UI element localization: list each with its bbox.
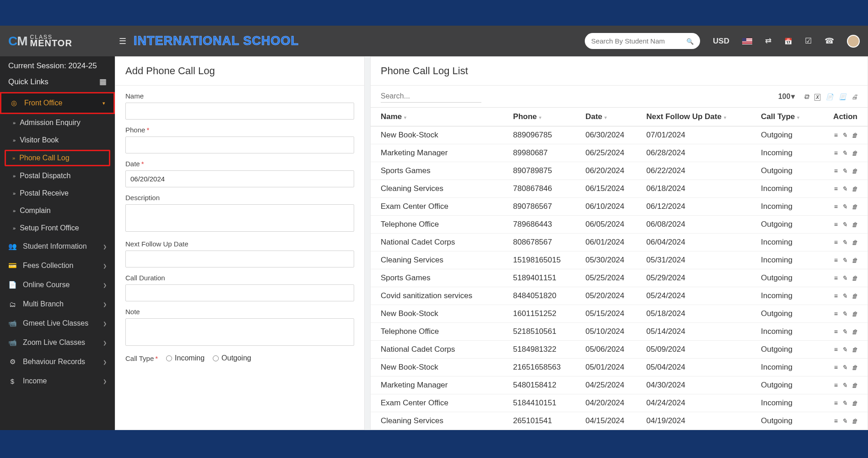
search-icon[interactable] [686,37,694,45]
menu-toggle-icon[interactable] [119,36,126,46]
row-delete-icon[interactable] [852,185,857,192]
quick-links[interactable]: Quick Links [0,74,115,92]
sidebar-item-gmeet-live-classes[interactable]: 📹Gmeet Live Classes [0,314,115,333]
sidebar-subitem-setup-front-office[interactable]: Setup Front Office [0,219,115,237]
excel-icon[interactable] [814,93,820,100]
name-input[interactable] [125,103,354,120]
row-menu-icon[interactable] [834,221,838,228]
row-delete-icon[interactable] [852,346,857,353]
avatar[interactable] [847,35,860,48]
row-edit-icon[interactable] [842,274,847,282]
row-delete-icon[interactable] [852,328,857,335]
radio-outgoing-input[interactable] [213,355,219,361]
col-calltype[interactable]: Call Type [757,108,818,126]
row-delete-icon[interactable] [852,167,857,174]
row-menu-icon[interactable] [834,167,838,174]
sidebar-subitem-postal-receive[interactable]: Postal Receive [0,185,115,202]
page-size-selector[interactable]: 100 [778,92,795,101]
row-menu-icon[interactable] [834,364,838,371]
row-edit-icon[interactable] [842,239,847,246]
row-edit-icon[interactable] [842,167,847,174]
list-search-input[interactable] [381,90,481,103]
sidebar-item-student-information[interactable]: 👥Student Information [0,237,115,256]
row-menu-icon[interactable] [834,274,838,282]
row-edit-icon[interactable] [842,399,847,407]
sidebar-item-multi-branch[interactable]: 🗂Multi Branch [0,294,115,314]
row-edit-icon[interactable] [842,346,847,353]
search-input[interactable] [591,37,684,45]
row-edit-icon[interactable] [842,364,847,371]
sidebar-item-front-office[interactable]: ◎Front Office [0,92,115,114]
row-delete-icon[interactable] [852,203,857,210]
row-delete-icon[interactable] [852,239,857,246]
radio-incoming-input[interactable] [166,355,172,361]
row-menu-icon[interactable] [834,382,838,389]
row-menu-icon[interactable] [834,256,838,264]
row-edit-icon[interactable] [842,185,847,192]
radio-incoming[interactable]: Incoming [166,354,205,362]
row-delete-icon[interactable] [852,274,857,282]
sidebar-item-behaviour-records[interactable]: ⚙Behaviour Records [0,352,115,371]
row-edit-icon[interactable] [842,221,847,228]
row-delete-icon[interactable] [852,292,857,300]
copy-icon[interactable] [804,93,809,101]
row-delete-icon[interactable] [852,256,857,264]
sidebar-subitem-visitor-book[interactable]: Visitor Book [0,131,115,149]
row-menu-icon[interactable] [834,239,838,246]
row-edit-icon[interactable] [842,328,847,335]
row-menu-icon[interactable] [834,292,838,300]
row-delete-icon[interactable] [852,221,857,228]
sidebar-item-fees-collection[interactable]: 💳Fees Collection [0,256,115,275]
col-date[interactable]: Date [582,108,642,126]
row-edit-icon[interactable] [842,292,847,300]
language-flag-icon[interactable] [742,38,752,44]
row-menu-icon[interactable] [834,399,838,407]
student-search[interactable] [585,33,700,49]
description-input[interactable] [125,204,354,232]
row-menu-icon[interactable] [834,417,838,425]
duration-input[interactable] [125,284,354,301]
col-followup[interactable]: Next Follow Up Date [643,108,757,126]
row-edit-icon[interactable] [842,382,847,389]
sidebar-item-online-course[interactable]: 📄Online Course [0,275,115,294]
row-delete-icon[interactable] [852,382,857,389]
row-delete-icon[interactable] [852,131,857,139]
row-menu-icon[interactable] [834,310,838,317]
col-phone[interactable]: Phone [509,108,582,126]
row-menu-icon[interactable] [834,328,838,335]
row-delete-icon[interactable] [852,417,857,425]
row-delete-icon[interactable] [852,149,857,157]
radio-outgoing[interactable]: Outgoing [213,354,251,362]
row-edit-icon[interactable] [842,256,847,264]
row-delete-icon[interactable] [852,310,857,317]
phone-input[interactable] [125,136,354,153]
row-edit-icon[interactable] [842,203,847,210]
sidebar-subitem-postal-dispatch[interactable]: Postal Dispatch [0,167,115,185]
row-edit-icon[interactable] [842,149,847,157]
row-menu-icon[interactable] [834,149,838,157]
whatsapp-icon[interactable] [825,36,834,46]
row-edit-icon[interactable] [842,131,847,139]
col-name[interactable]: Name [371,108,509,126]
tasks-icon[interactable] [805,36,812,46]
row-edit-icon[interactable] [842,417,847,425]
row-delete-icon[interactable] [852,399,857,407]
note-input[interactable] [125,318,354,346]
sidebar-item-zoom-live-classes[interactable]: 📹Zoom Live Classes [0,333,115,352]
sidebar-subitem-admission-enquiry[interactable]: Admission Enquiry [0,114,115,131]
row-menu-icon[interactable] [834,346,838,353]
sidebar-subitem-complain[interactable]: Complain [0,202,115,219]
currency-selector[interactable]: USD [713,37,729,46]
swap-icon[interactable] [765,36,771,46]
row-menu-icon[interactable] [834,203,838,210]
followup-input[interactable] [125,251,354,267]
csv-icon[interactable] [826,93,833,100]
row-menu-icon[interactable] [834,131,838,139]
sidebar-subitem-phone-call-log[interactable]: Phone Call Log [5,150,110,166]
grid-icon[interactable] [99,77,107,87]
sidebar-item-income[interactable]: $Income [0,371,115,391]
pdf-icon[interactable] [839,93,846,100]
row-edit-icon[interactable] [842,310,847,317]
row-delete-icon[interactable] [852,364,857,371]
row-menu-icon[interactable] [834,185,838,192]
